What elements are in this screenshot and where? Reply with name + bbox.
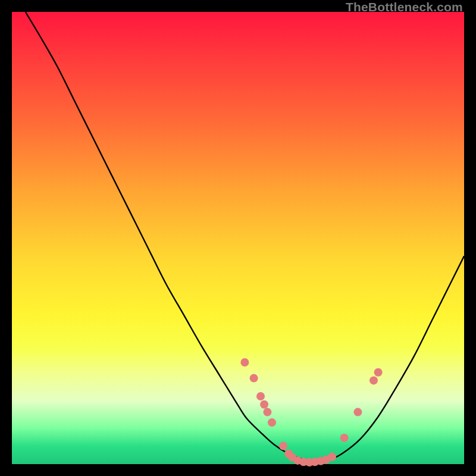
data-point <box>374 368 383 377</box>
data-point <box>340 434 349 442</box>
data-point <box>369 376 378 384</box>
data-point <box>328 453 336 461</box>
plot-area <box>12 12 464 464</box>
data-point <box>256 392 265 400</box>
data-point <box>279 442 287 450</box>
data-point <box>260 400 268 409</box>
chart-frame: TheBottleneck.com <box>0 0 476 476</box>
data-point <box>353 408 362 416</box>
data-point <box>268 418 276 427</box>
curve-layer <box>12 12 464 464</box>
curve-markers <box>240 358 382 466</box>
bottleneck-curve <box>26 12 464 462</box>
data-point <box>263 408 271 416</box>
data-point <box>250 374 258 383</box>
data-point <box>240 358 249 367</box>
